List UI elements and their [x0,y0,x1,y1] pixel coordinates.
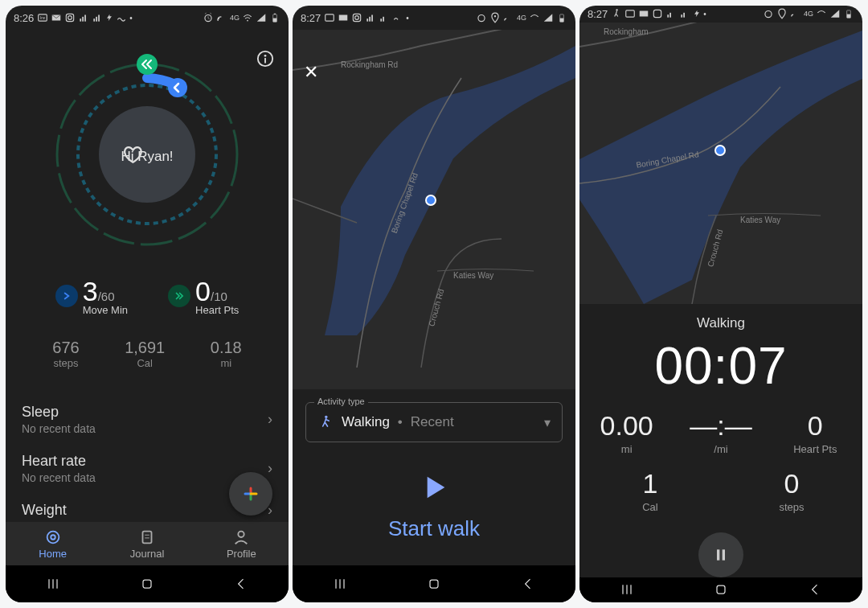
heart-pts-icon [168,285,190,307]
svg-rect-16 [274,14,276,14]
mail-icon [338,12,349,23]
start-walk-button[interactable]: Start walk [293,516,575,541]
svg-rect-27 [142,531,151,543]
home-button[interactable] [713,581,729,598]
alarm-icon [203,12,214,23]
pause-button[interactable] [698,532,743,577]
activity-legend: Activity type [314,396,368,406]
nav-profile-label: Profile [227,548,256,560]
system-nav [293,565,575,602]
status-bar: 8:27 • 4G [293,6,575,30]
activity-ring[interactable]: Hi Ryan! [6,54,289,255]
dive-icon [392,12,403,23]
svg-rect-35 [370,17,371,22]
svg-point-28 [239,531,244,536]
activity-name: Walking [342,414,390,430]
profile-icon [232,528,250,546]
map-view[interactable]: Rockingham Boring Chapel Rd Crouch Rd Ka… [579,23,862,304]
svg-point-40 [494,15,496,17]
svg-point-26 [51,535,55,540]
mail-icon [51,12,62,23]
steps-value: 0 [721,468,862,499]
nav-journal-label: Journal [130,548,165,560]
back-button[interactable] [520,576,536,592]
heart-pts-label: Heart Pts [768,443,862,455]
add-activity-fab[interactable] [229,472,272,516]
activity-type-dropdown[interactable]: Activity type Walking • Recent ▾ [305,402,563,442]
svg-rect-9 [96,17,98,22]
svg-rect-49 [668,14,669,18]
mi-stat[interactable]: 0.18 mi [211,339,242,369]
battery-icon [269,12,280,23]
phone-screen-home: 8:26 Inv • 4G [6,6,289,602]
nav-journal[interactable]: Journal [100,522,194,565]
heart-pts-stat: 0 Heart Pts [768,410,862,455]
distance-label: mi [579,443,674,455]
bolt-icon [105,14,113,22]
move-min-goal[interactable]: 3/60 Move Min [55,276,128,316]
nav-profile[interactable]: Profile [194,522,289,565]
chart2-icon [92,12,103,23]
cast-icon [216,12,227,23]
play-icon[interactable] [293,471,575,511]
chart2-icon [379,12,390,23]
alarm-icon [763,8,774,19]
weight-title: Weight [22,502,67,519]
workout-panel: Walking 00:07 0.00 mi —:— /mi 0 Heart Pt… [579,304,862,577]
battery-icon [843,8,854,19]
svg-text:Inv: Inv [40,16,46,20]
nav-home[interactable]: Home [6,522,100,565]
map-road-label: Katies Way [453,271,493,280]
cell-icon [829,8,841,19]
svg-rect-8 [94,18,96,22]
recents-button[interactable] [45,576,61,592]
heart-pts-value: 0 [195,276,211,306]
svg-rect-46 [626,10,635,17]
svg-rect-3 [67,14,74,21]
cal-stat[interactable]: 1,691 Cal [125,339,165,369]
svg-point-53 [765,11,772,18]
home-button[interactable] [139,576,155,592]
status-notification-icons: • [611,8,706,19]
back-button[interactable] [233,576,249,592]
instagram-icon [64,12,76,23]
svg-rect-48 [654,10,661,18]
svg-rect-10 [98,15,100,22]
steps-value: 676 [52,339,79,357]
instagram-icon [652,8,663,19]
pace-stat: —:— /mi [674,410,768,455]
svg-rect-31 [339,15,348,21]
svg-rect-52 [684,13,686,18]
cal-value: 1 [579,468,721,499]
cal-label: Cal [125,357,165,369]
svg-rect-47 [640,11,649,17]
sleep-title: Sleep [22,404,96,421]
move-min-label: Move Min [83,304,128,316]
map-view[interactable]: ✕ Rockingham Rd Boring Chapel Rd Crouch … [293,30,575,389]
heart-pts-goal[interactable]: 0/10 Heart Pts [168,276,239,316]
status-time: 8:27 [301,12,321,24]
svg-rect-58 [717,585,725,594]
journal-icon [138,528,156,546]
home-button[interactable] [426,576,442,592]
inv-icon [324,12,335,23]
map-road-label: Katies Way [740,216,780,224]
steps-stat[interactable]: 676 steps [52,339,79,369]
activity-recent: Recent [411,414,454,430]
alarm-icon [476,12,487,23]
home-icon [44,528,62,546]
sleep-row[interactable]: Sleep No recent data › [6,395,289,444]
walking-icon [317,414,334,430]
cast-icon [503,12,514,23]
location-icon [489,12,501,23]
info-icon[interactable] [256,50,274,71]
close-icon[interactable]: ✕ [304,62,318,83]
recents-button[interactable] [332,576,348,592]
instagram-icon [351,12,362,23]
back-button[interactable] [807,581,823,598]
svg-rect-36 [371,15,373,22]
recents-button[interactable] [619,581,635,598]
wifi-icon [529,12,540,23]
svg-point-18 [264,55,267,57]
svg-rect-37 [381,18,383,22]
